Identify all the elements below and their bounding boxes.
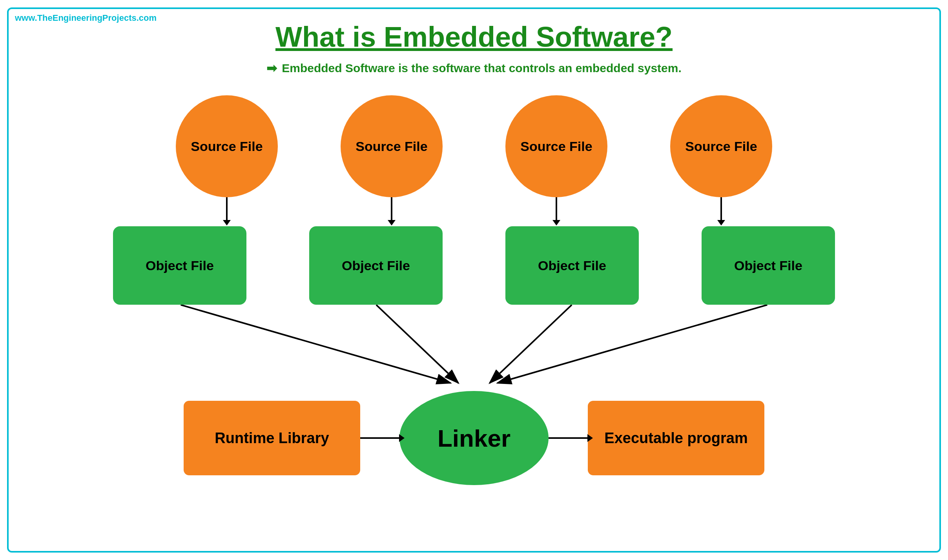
executable-label: Executable program xyxy=(604,430,747,447)
runtime-to-linker-arrow xyxy=(360,437,399,439)
main-container: www.TheEngineeringProjects.com What is E… xyxy=(7,7,941,553)
object-box-2: Object File xyxy=(309,226,443,305)
subtitle-arrow-icon: ➡ xyxy=(266,61,277,76)
object-label-2: Object File xyxy=(342,258,410,274)
subtitle-text: Embedded Software is the software that c… xyxy=(282,62,682,75)
arrow-col-3 xyxy=(505,197,607,221)
object-box-4: Object File xyxy=(702,226,835,305)
source-label-1: Source File xyxy=(191,138,263,155)
arrow-col-4 xyxy=(670,197,772,221)
arrow-col-1 xyxy=(176,197,278,221)
arrow-down-2 xyxy=(391,197,392,221)
runtime-library-box: Runtime Library xyxy=(184,401,360,475)
linker-label: Linker xyxy=(438,424,510,452)
svg-line-3 xyxy=(490,305,572,383)
arrow-down-3 xyxy=(556,197,557,221)
object-box-1: Object File xyxy=(113,226,246,305)
executable-box: Executable program xyxy=(588,401,764,475)
bottom-row: Runtime Library Linker Executable progra… xyxy=(20,391,928,485)
source-circle-1: Source File xyxy=(176,95,278,197)
arrow-col-2 xyxy=(341,197,443,221)
arrow-down-4 xyxy=(720,197,722,221)
watermark: www.TheEngineeringProjects.com xyxy=(15,13,157,23)
linker-ellipse: Linker xyxy=(399,391,549,485)
svg-line-1 xyxy=(181,305,451,383)
subtitle: ➡ Embedded Software is the software that… xyxy=(20,61,928,76)
arrow-down-1 xyxy=(226,197,228,221)
runtime-label: Runtime Library xyxy=(215,430,329,447)
svg-line-4 xyxy=(498,305,768,383)
page-title: What is Embedded Software? xyxy=(20,21,928,53)
diagram: Source File Source File Source File Sour… xyxy=(20,95,928,485)
source-circle-4: Source File xyxy=(670,95,772,197)
source-circle-2: Source File xyxy=(341,95,443,197)
down-arrows-row xyxy=(20,197,928,221)
source-circle-3: Source File xyxy=(505,95,607,197)
linker-to-executable-arrow xyxy=(549,437,588,439)
object-box-3: Object File xyxy=(505,226,639,305)
source-label-3: Source File xyxy=(520,138,592,155)
object-file-row: Object File Object File Object File Obje… xyxy=(20,226,928,305)
object-label-1: Object File xyxy=(146,258,214,274)
object-label-4: Object File xyxy=(734,258,802,274)
converging-arrows-svg xyxy=(20,305,928,391)
source-label-4: Source File xyxy=(685,138,757,155)
object-label-3: Object File xyxy=(538,258,606,274)
source-label-2: Source File xyxy=(356,138,427,155)
source-file-row: Source File Source File Source File Sour… xyxy=(20,95,928,197)
svg-line-2 xyxy=(376,305,458,383)
